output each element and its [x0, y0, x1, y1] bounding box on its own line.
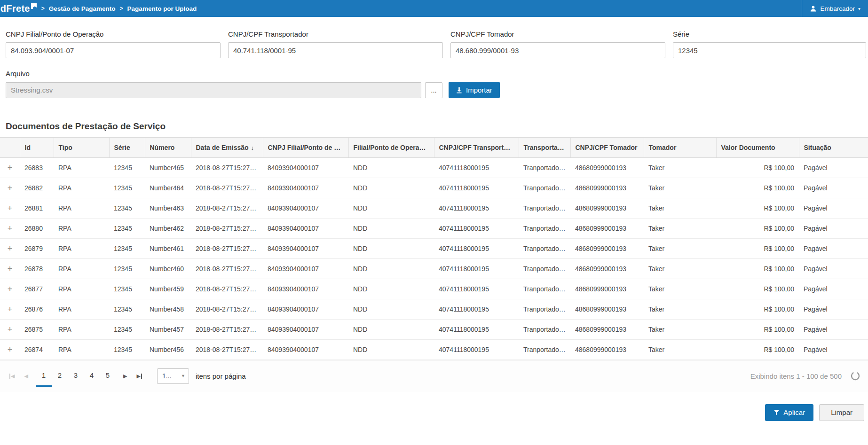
expand-row-icon[interactable]: +: [0, 345, 20, 354]
browse-button[interactable]: ...: [425, 82, 442, 98]
arquivo-input: [6, 82, 421, 98]
breadcrumb-item-pagamento-upload[interactable]: Pagamento por Upload: [127, 5, 197, 12]
cell-cnpj-filial: 84093904000107: [263, 258, 348, 279]
expand-row-icon[interactable]: +: [0, 285, 20, 293]
cnpj-tomador-input[interactable]: [450, 42, 665, 58]
apply-button[interactable]: Aplicar: [765, 404, 813, 421]
header-id[interactable]: Id: [20, 138, 54, 157]
cell-id: 26882: [20, 178, 54, 198]
expand-row-icon[interactable]: +: [0, 305, 20, 313]
cell-cnpj-tomador: 48680999000193: [570, 258, 644, 279]
refresh-icon[interactable]: [850, 371, 860, 381]
cell-valor: R$ 100,00: [716, 218, 799, 238]
app-logo[interactable]: ldFrete: [0, 1, 37, 16]
pager-prev-button[interactable]: ◀: [24, 373, 28, 379]
table-row: + 26883 RPA 12345 Number465 2018-08-27T1…: [0, 157, 868, 178]
header-situacao-label: Situação: [804, 144, 831, 151]
cell-situacao: Pagável: [799, 178, 868, 198]
header-cnpj-transportador[interactable]: CNPJ/CPF Transportador: [434, 138, 519, 157]
cell-data-emissao: 2018-08-27T15:27:49.36: [191, 319, 263, 339]
breadcrumb: Gestão de Pagamento > Pagamento por Uplo…: [49, 5, 197, 12]
expand-row-icon[interactable]: +: [0, 184, 20, 192]
expand-row-icon[interactable]: +: [0, 325, 20, 334]
cell-cnpj-tomador: 48680999000193: [570, 319, 644, 339]
cell-expand: +: [0, 299, 20, 319]
cell-transportador: Tranportador 1: [519, 279, 570, 299]
cnpj-transportador-input[interactable]: [228, 42, 443, 58]
import-button-label: Importar: [466, 86, 492, 94]
logo-text: ldFrete: [0, 1, 30, 16]
pager-page-button[interactable]: 4: [84, 365, 100, 387]
header-numero[interactable]: Número: [145, 138, 191, 157]
cnpj-tomador-label: CNPJ/CPF Tomador: [450, 30, 665, 39]
cell-transportador: Tranportador 1: [519, 178, 570, 198]
pager-page-button[interactable]: 5: [100, 365, 116, 387]
page-size-select[interactable]: 1... ▼: [157, 368, 189, 384]
pager-right: Exibindo itens 1 - 100 de 500: [750, 371, 860, 381]
cell-numero: Number465: [145, 157, 191, 178]
cell-tipo: RPA: [54, 157, 109, 178]
serie-input[interactable]: [673, 42, 866, 58]
user-menu[interactable]: Embarcador ▾: [802, 0, 863, 17]
filter-form: CNPJ Filial/Ponto de Operação CNPJ/CPF T…: [0, 17, 868, 98]
pager-last-icon: [141, 374, 142, 379]
expand-row-icon[interactable]: +: [0, 265, 20, 273]
expand-row-icon[interactable]: +: [0, 224, 20, 233]
cell-cnpj-filial: 84093904000107: [263, 339, 348, 359]
pager-page-button[interactable]: 1: [36, 365, 52, 387]
header-cnpj-tomador-label: CNPJ/CPF Tomador: [576, 144, 638, 151]
pager-next-button[interactable]: ▶: [123, 373, 127, 379]
cell-transportador: Tranportador 1: [519, 218, 570, 238]
header-cnpj-tomador[interactable]: CNPJ/CPF Tomador: [570, 138, 644, 157]
header-situacao[interactable]: Situação: [799, 138, 868, 157]
cell-tomador: Taker: [644, 218, 716, 238]
header-cnpj-filial-label: CNPJ Filial/Ponto de Operaç...: [268, 144, 349, 151]
cell-serie: 12345: [109, 258, 145, 279]
grid-body: + 26883 RPA 12345 Number465 2018-08-27T1…: [0, 157, 868, 359]
cell-situacao: Pagável: [799, 198, 868, 218]
header-transportador-label: Transportador: [524, 144, 568, 151]
sort-desc-icon: ↓: [251, 144, 254, 151]
breadcrumb-item-gestao-pagamento[interactable]: Gestão de Pagamento: [49, 5, 116, 12]
cell-cnpj-filial: 84093904000107: [263, 319, 348, 339]
cell-valor: R$ 100,00: [716, 198, 799, 218]
cell-tipo: RPA: [54, 279, 109, 299]
cell-transportador: Tranportador 1: [519, 198, 570, 218]
cell-expand: +: [0, 157, 20, 178]
header-transportador[interactable]: Transportador: [519, 138, 570, 157]
expand-row-icon[interactable]: +: [0, 164, 20, 172]
header-valor-documento[interactable]: Valor Documento: [716, 138, 799, 157]
pager-first-button[interactable]: ◀: [9, 373, 15, 379]
expand-row-icon[interactable]: +: [0, 204, 20, 212]
user-icon: [810, 5, 817, 12]
header-tipo[interactable]: Tipo: [54, 138, 109, 157]
header-data-emissao[interactable]: Data de Emissão↓: [191, 138, 263, 157]
user-menu-label: Embarcador: [820, 5, 855, 12]
expand-row-icon[interactable]: +: [0, 244, 20, 253]
header-tomador[interactable]: Tomador: [644, 138, 716, 157]
cell-cnpj-transportador: 40741118000195: [434, 178, 519, 198]
cell-filial: NDD: [348, 178, 434, 198]
file-row: ... Importar: [6, 82, 866, 98]
header-cnpj-transportador-label: CNPJ/CPF Transportador: [439, 144, 518, 151]
cnpj-filial-input[interactable]: [6, 42, 221, 58]
cell-cnpj-transportador: 40741118000195: [434, 258, 519, 279]
cell-cnpj-filial: 84093904000107: [263, 279, 348, 299]
cell-expand: +: [0, 218, 20, 238]
cell-cnpj-transportador: 40741118000195: [434, 319, 519, 339]
cell-serie: 12345: [109, 218, 145, 238]
header-serie[interactable]: Série: [109, 138, 145, 157]
pager-page-button[interactable]: 2: [52, 365, 68, 387]
pager-last-button[interactable]: ▶: [136, 373, 142, 379]
documents-table: Id Tipo Série Número Data de Emissão↓ CN…: [0, 138, 868, 360]
breadcrumb-separator: >: [120, 5, 123, 12]
clear-button[interactable]: Limpar: [819, 404, 864, 421]
header-cnpj-filial[interactable]: CNPJ Filial/Ponto de Operaç...: [263, 138, 348, 157]
cell-data-emissao: 2018-08-27T15:27:49.9: [191, 279, 263, 299]
header-filial[interactable]: Filial/Ponto de Operação: [348, 138, 434, 157]
cell-situacao: Pagável: [799, 339, 868, 359]
cell-cnpj-transportador: 40741118000195: [434, 198, 519, 218]
cell-tipo: RPA: [54, 339, 109, 359]
pager-page-button[interactable]: 3: [68, 365, 84, 387]
import-button[interactable]: Importar: [449, 82, 500, 98]
